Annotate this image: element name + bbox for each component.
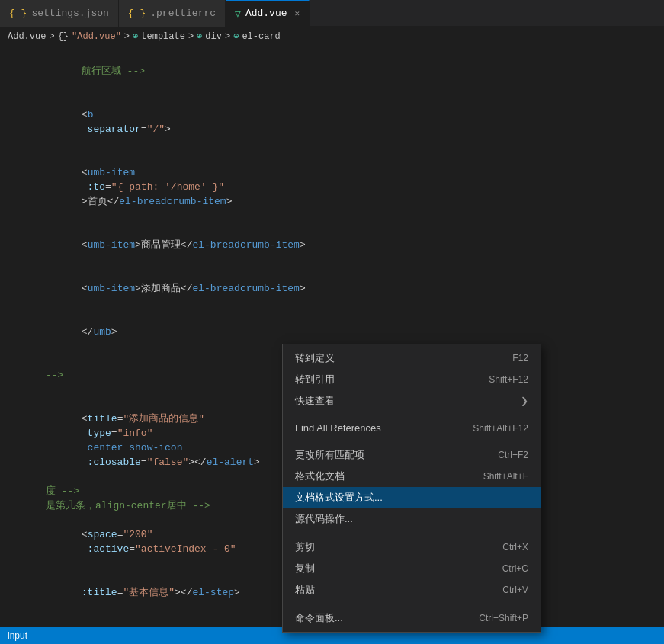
tab-label-addvue: Add.vue (245, 8, 287, 19)
menu-shortcut-paste: Ctrl+V (502, 585, 528, 595)
json-icon: { } (9, 8, 27, 19)
breadcrumb-file: Add.vue (8, 31, 46, 42)
breadcrumb-obj: {} (58, 31, 69, 42)
close-icon[interactable]: ✕ (295, 8, 300, 18)
menu-item-goto-ref[interactable]: 转到引用 Shift+F12 (283, 369, 541, 390)
breadcrumb-elcard-icon: ⊕ (233, 30, 239, 42)
menu-separator (283, 415, 541, 415)
tab-label-settings: settings.json (31, 8, 108, 19)
menu-shortcut-goto-ref: Shift+F12 (489, 374, 528, 385)
menu-item-copy[interactable]: 复制 Ctrl+C (283, 558, 541, 579)
menu-separator-2 (283, 441, 541, 441)
code-line: <umb-item :to="{ path: '/home' }" >首页</e… (0, 151, 664, 223)
menu-label-quick-look: 快速查看 (295, 394, 335, 408)
menu-shortcut-rename: Ctrl+F2 (498, 450, 528, 460)
code-line: <umb-item>商品管理</el-breadcrumb-item> (0, 223, 664, 267)
menu-item-cut[interactable]: 剪切 Ctrl+X (283, 537, 541, 558)
tab-settings[interactable]: { } settings.json (0, 0, 119, 27)
menu-label-paste: 粘贴 (295, 583, 315, 597)
menu-item-find-all-ref[interactable]: Find All References Shift+Alt+F12 (283, 418, 541, 437)
context-menu: 转到定义 F12 转到引用 Shift+F12 快速查看 ❯ Find All … (282, 344, 541, 633)
menu-label-goto-ref: 转到引用 (295, 373, 335, 386)
menu-shortcut-copy: Ctrl+C (502, 563, 528, 574)
menu-shortcut-format: Shift+Alt+F (483, 471, 528, 482)
menu-item-format-with[interactable]: 文档格式设置方式... (283, 487, 541, 508)
menu-item-format[interactable]: 格式化文档 Shift+Alt+F (283, 466, 541, 487)
chevron-right-icon: ❯ (521, 396, 528, 406)
menu-label-copy: 复制 (295, 562, 315, 575)
editor: 航行区域 --> <b separator="/"> <umb-item :to… (0, 46, 664, 644)
json-icon-2: { } (128, 8, 146, 19)
menu-label-format-with: 文档格式设置方式... (295, 491, 383, 505)
menu-shortcut-command-palette: Ctrl+Shift+P (479, 613, 528, 623)
status-text: input (8, 630, 27, 641)
menu-label-command-palette: 命令面板... (295, 611, 343, 625)
menu-item-quick-look[interactable]: 快速查看 ❯ (283, 390, 541, 412)
menu-shortcut-find-all-ref: Shift+Alt+F12 (473, 423, 528, 434)
code-line: <umb-item>添加商品</el-breadcrumb-item> (0, 267, 664, 310)
menu-item-goto-def[interactable]: 转到定义 F12 (283, 348, 541, 369)
menu-label-rename: 更改所有匹配项 (295, 448, 364, 462)
breadcrumb-template-icon: ⊕ (133, 30, 138, 42)
menu-shortcut-goto-def: F12 (512, 353, 528, 364)
menu-item-rename[interactable]: 更改所有匹配项 Ctrl+F2 (283, 444, 541, 466)
menu-label-goto-def: 转到定义 (295, 351, 335, 365)
menu-item-source-action[interactable]: 源代码操作... (283, 508, 541, 530)
tab-prettierrc[interactable]: { } .prettierrc (119, 0, 226, 27)
tab-addvue[interactable]: ▽ Add.vue ✕ (226, 0, 310, 27)
menu-item-command-palette[interactable]: 命令面板... Ctrl+Shift+P (283, 607, 541, 629)
breadcrumb: Add.vue > {} "Add.vue" > ⊕ template > ⊕ … (0, 27, 664, 46)
vue-icon: ▽ (235, 8, 241, 20)
menu-shortcut-cut: Ctrl+X (502, 542, 528, 553)
menu-label-find-all-ref: Find All References (295, 422, 381, 434)
menu-item-paste[interactable]: 粘贴 Ctrl+V (283, 579, 541, 601)
code-line: <b separator="/"> (0, 93, 664, 151)
tab-label-prettierrc: .prettierrc (150, 8, 216, 19)
code-line: 航行区域 --> (0, 50, 664, 93)
menu-label-cut: 剪切 (295, 540, 315, 554)
menu-separator-4 (283, 604, 541, 604)
menu-label-format: 格式化文档 (295, 469, 345, 483)
breadcrumb-div-icon: ⊕ (197, 30, 202, 42)
menu-separator-3 (283, 533, 541, 533)
menu-label-source-action: 源代码操作... (295, 512, 353, 526)
tab-bar: { } settings.json { } .prettierrc ▽ Add.… (0, 0, 664, 27)
